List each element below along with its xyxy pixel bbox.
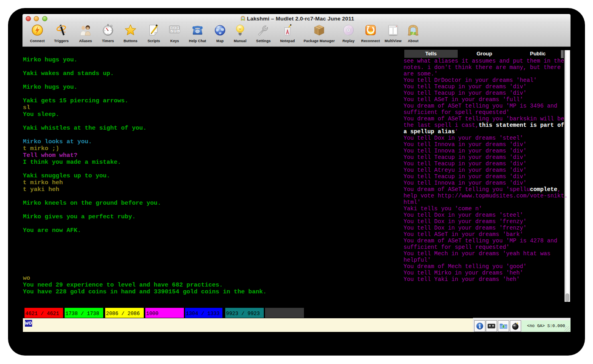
- svg-text:O: O: [177, 27, 178, 29]
- svg-text:L: L: [178, 30, 179, 33]
- svg-text:I: I: [174, 27, 175, 29]
- svg-text:J: J: [171, 30, 173, 33]
